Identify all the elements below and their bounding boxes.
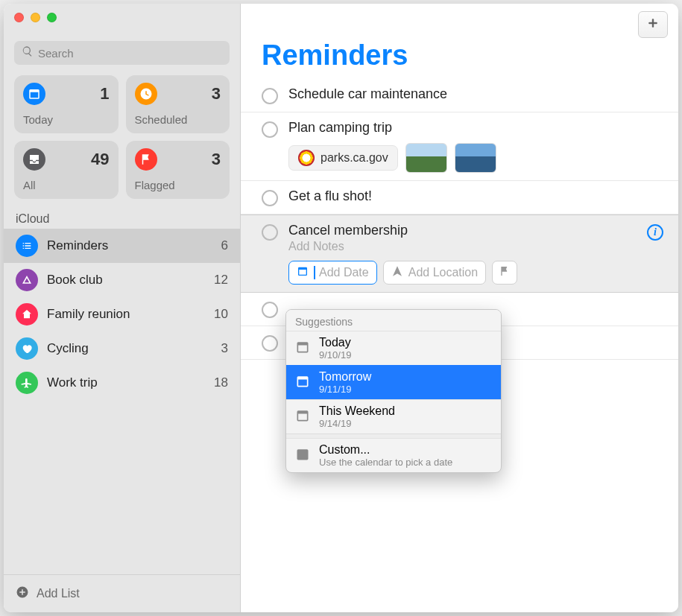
- list-title: Reminders: [241, 4, 678, 79]
- plane-icon: [16, 372, 38, 394]
- date-suggestions-popover: Suggestions Today 9/10/19 Tomorrow 9/11/…: [285, 309, 502, 473]
- calendar-icon: [295, 374, 310, 392]
- reminder-title[interactable]: Cancel membership: [288, 223, 665, 238]
- reminder-row[interactable]: Plan camping trip parks.ca.gov: [241, 112, 678, 181]
- smart-count: 49: [91, 150, 109, 169]
- suggestion-date: 9/14/19: [319, 418, 395, 429]
- smart-today[interactable]: 1 Today: [14, 75, 119, 133]
- calendar-grid-icon: [295, 447, 310, 465]
- minimize-window-button[interactable]: [31, 13, 40, 22]
- smart-lists: 1 Today 3 Scheduled 49: [4, 72, 240, 206]
- complete-checkbox[interactable]: [262, 335, 278, 352]
- suggestion-date: 9/11/19: [319, 384, 371, 395]
- smart-label: All: [23, 179, 110, 191]
- suggestion-title: This Weekend: [319, 404, 395, 418]
- list-name: Work trip: [47, 375, 205, 390]
- smart-label: Scheduled: [135, 113, 221, 126]
- info-button[interactable]: i: [647, 224, 663, 241]
- main: Reminders Schedule car maintenance Plan …: [241, 4, 678, 612]
- new-reminder-button[interactable]: [638, 11, 668, 38]
- smart-scheduled[interactable]: 3 Scheduled: [126, 75, 230, 133]
- add-location-chip[interactable]: Add Location: [383, 261, 486, 285]
- suggestion-custom[interactable]: Custom... Use the calendar to pick a dat…: [286, 438, 501, 472]
- chip-label: Add Location: [408, 266, 478, 279]
- text-cursor: [314, 266, 315, 279]
- calendar-icon: [23, 83, 45, 105]
- list-icon: [16, 235, 38, 257]
- section-label: iCloud: [4, 206, 240, 229]
- reminder-title: Schedule car maintenance: [288, 86, 665, 102]
- plus-icon: [646, 16, 660, 33]
- suggestion-tomorrow[interactable]: Tomorrow 9/11/19: [286, 365, 501, 399]
- sidebar: 1 Today 3 Scheduled 49: [4, 4, 241, 612]
- image-attachment[interactable]: [405, 143, 447, 173]
- heart-icon: [16, 337, 38, 360]
- smart-flagged[interactable]: 3 Flagged: [126, 141, 230, 199]
- calendar-icon: [297, 265, 309, 280]
- suggestion-title: Custom...: [319, 443, 452, 457]
- popover-header: Suggestions: [286, 310, 501, 331]
- list-count: 18: [214, 375, 228, 390]
- add-list-button[interactable]: Add List: [4, 574, 240, 612]
- list-count: 6: [221, 238, 228, 253]
- add-list-label: Add List: [37, 587, 80, 600]
- tray-icon: [23, 148, 45, 171]
- smart-label: Today: [23, 113, 110, 126]
- clock-icon: [135, 83, 157, 105]
- calendar-icon: [295, 340, 310, 358]
- link-attachment[interactable]: parks.ca.gov: [288, 145, 398, 171]
- complete-checkbox[interactable]: [262, 121, 278, 138]
- complete-checkbox[interactable]: [262, 302, 278, 318]
- suggestion-title: Today: [319, 336, 351, 349]
- list-count: 12: [214, 273, 228, 288]
- reminder-row-editing[interactable]: Cancel membership Add Notes Add Date Add…: [241, 215, 678, 293]
- complete-checkbox[interactable]: [262, 224, 278, 241]
- reminder-row[interactable]: Get a flu shot!: [241, 181, 678, 215]
- complete-checkbox[interactable]: [262, 190, 278, 206]
- site-favicon: [298, 150, 315, 166]
- image-attachment[interactable]: [455, 143, 496, 173]
- complete-checkbox[interactable]: [262, 88, 278, 104]
- sidebar-item-familyreunion[interactable]: Family reunion 10: [4, 297, 240, 331]
- search-icon: [22, 45, 38, 60]
- window-controls: [14, 13, 57, 22]
- smart-label: Flagged: [135, 179, 221, 191]
- chip-label: Add Date: [319, 266, 369, 279]
- list-name: Book club: [47, 273, 205, 288]
- suggestion-today[interactable]: Today 9/10/19: [286, 331, 501, 365]
- suggestion-subtitle: Use the calendar to pick a date: [319, 457, 452, 468]
- flag-chip[interactable]: [492, 261, 517, 285]
- house-icon: [16, 303, 38, 326]
- suggestion-weekend[interactable]: This Weekend 9/14/19: [286, 399, 501, 434]
- location-icon: [391, 265, 403, 280]
- notes-placeholder[interactable]: Add Notes: [288, 240, 665, 253]
- list-name: Cycling: [47, 341, 212, 356]
- smart-count: 3: [212, 150, 221, 169]
- list-count: 3: [221, 341, 228, 356]
- list-name: Family reunion: [47, 307, 205, 322]
- flag-icon: [499, 265, 511, 280]
- sidebar-item-reminders[interactable]: Reminders 6: [4, 229, 240, 263]
- reminder-row[interactable]: Schedule car maintenance: [241, 79, 678, 112]
- sidebar-item-bookclub[interactable]: Book club 12: [4, 263, 240, 297]
- zoom-window-button[interactable]: [47, 13, 57, 22]
- close-window-button[interactable]: [14, 13, 24, 22]
- reminder-title: Plan camping trip: [288, 120, 665, 136]
- flag-icon: [135, 148, 157, 171]
- sidebar-item-worktrip[interactable]: Work trip 18: [4, 366, 240, 400]
- link-text: parks.ca.gov: [321, 151, 388, 165]
- reminders-window: 1 Today 3 Scheduled 49: [4, 4, 678, 612]
- sidebar-item-cycling[interactable]: Cycling 3: [4, 331, 240, 366]
- lists: Reminders 6 Book club 12 Family reunion …: [4, 229, 240, 574]
- search-field[interactable]: [14, 41, 230, 65]
- plus-circle-icon: [16, 585, 29, 602]
- reminder-title: Get a flu shot!: [288, 188, 665, 204]
- tent-icon: [16, 269, 38, 291]
- attachments: parks.ca.gov: [288, 143, 665, 173]
- add-date-chip[interactable]: Add Date: [288, 261, 377, 285]
- smart-count: 1: [100, 84, 109, 104]
- suggestion-date: 9/10/19: [319, 349, 351, 361]
- smart-all[interactable]: 49 All: [14, 141, 119, 199]
- list-count: 10: [214, 307, 228, 322]
- search-input[interactable]: [38, 47, 222, 60]
